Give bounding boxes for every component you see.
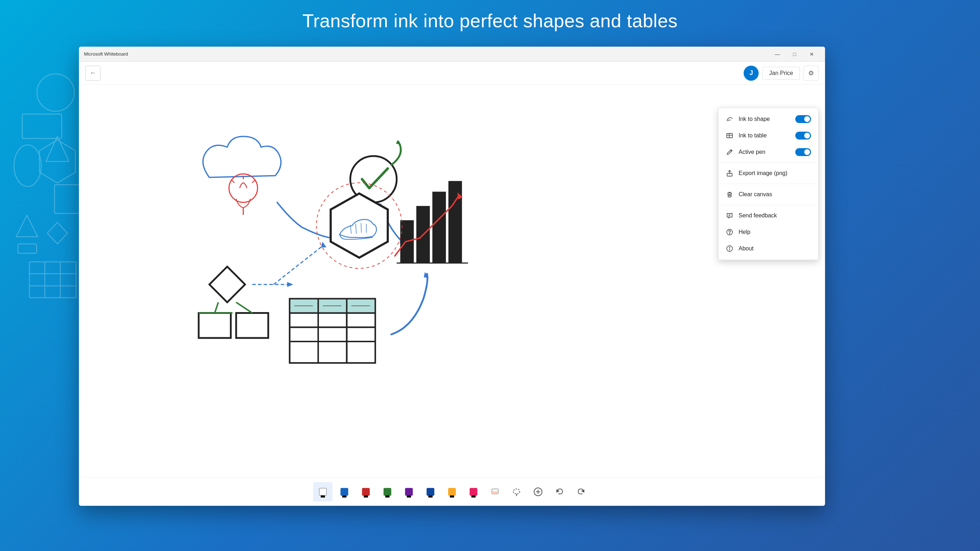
svg-marker-42 <box>331 193 388 258</box>
clear-canvas-icon <box>725 191 733 198</box>
pen-green-button[interactable] <box>378 482 397 502</box>
svg-rect-106 <box>470 488 477 495</box>
svg-rect-1 <box>22 114 62 139</box>
svg-rect-97 <box>364 495 368 498</box>
menu-item-help[interactable]: Help <box>719 224 818 240</box>
menu-item-ink-to-table[interactable]: Ink to table <box>719 127 818 144</box>
ink-to-shape-icon <box>725 115 733 123</box>
pen-navy-button[interactable] <box>421 482 440 502</box>
redo-button[interactable] <box>571 482 591 502</box>
ink-to-table-toggle[interactable] <box>795 132 811 140</box>
close-button[interactable]: ✕ <box>803 48 820 60</box>
svg-rect-94 <box>341 488 348 495</box>
svg-rect-49 <box>199 313 231 338</box>
svg-rect-104 <box>449 488 455 495</box>
svg-point-91 <box>729 247 730 248</box>
help-icon <box>725 228 733 236</box>
ink-to-table-label: Ink to table <box>738 132 790 139</box>
svg-line-54 <box>274 245 323 285</box>
help-label: Help <box>738 229 811 235</box>
send-feedback-label: Send feedback <box>738 212 811 219</box>
export-image-label: Export image (png) <box>738 170 811 177</box>
minimize-button[interactable]: — <box>769 48 786 60</box>
eraser-button[interactable] <box>485 482 505 502</box>
menu-item-about[interactable]: About <box>719 240 818 257</box>
svg-line-52 <box>236 303 252 313</box>
toolbar: ← J Jan Price ⚙ <box>79 62 825 84</box>
about-icon <box>725 245 733 253</box>
svg-rect-92 <box>319 488 326 495</box>
menu-item-export-image[interactable]: Export image (png) <box>719 165 818 182</box>
context-menu: Ink to shape Ink to table <box>718 108 819 260</box>
menu-divider-1 <box>719 162 818 163</box>
svg-rect-98 <box>384 488 391 495</box>
svg-rect-96 <box>362 488 369 495</box>
svg-marker-7 <box>47 222 67 244</box>
ink-to-table-icon <box>725 132 733 140</box>
svg-rect-95 <box>342 495 347 498</box>
menu-divider-2 <box>719 184 818 184</box>
menu-item-ink-to-shape[interactable]: Ink to shape <box>719 111 818 127</box>
svg-marker-116 <box>557 490 559 492</box>
back-button[interactable]: ← <box>85 66 100 81</box>
svg-point-0 <box>37 74 74 111</box>
svg-marker-117 <box>582 490 584 492</box>
send-feedback-icon <box>725 212 733 220</box>
title-bar: Microsoft Whiteboard — □ ✕ <box>79 47 825 62</box>
maximize-button[interactable]: □ <box>786 48 803 60</box>
undo-button[interactable] <box>550 482 569 502</box>
page-header-title: Transform ink into perfect shapes and ta… <box>0 10 980 32</box>
pen-white-button[interactable] <box>313 482 332 502</box>
about-label: About <box>738 245 811 252</box>
svg-rect-107 <box>471 495 476 498</box>
svg-line-31 <box>252 180 255 183</box>
svg-marker-76 <box>287 282 293 287</box>
svg-line-80 <box>730 150 732 151</box>
active-pen-label: Active pen <box>738 149 790 155</box>
svg-rect-103 <box>428 495 433 498</box>
lasso-button[interactable] <box>507 482 526 502</box>
svg-rect-93 <box>321 495 325 498</box>
settings-button[interactable]: ⚙ <box>803 66 819 81</box>
user-name-button[interactable]: Jan Price <box>762 67 800 80</box>
svg-point-111 <box>513 489 520 494</box>
ink-to-shape-label: Ink to shape <box>738 116 790 122</box>
menu-item-active-pen[interactable]: Active pen <box>719 144 818 160</box>
menu-item-clear-canvas[interactable]: Clear canvas <box>719 186 818 203</box>
toolbar-right: J Jan Price ⚙ <box>744 66 819 81</box>
ink-to-shape-toggle[interactable] <box>795 115 811 123</box>
app-window: Microsoft Whiteboard — □ ✕ ← J Jan Price… <box>79 47 825 506</box>
svg-rect-8 <box>18 244 37 253</box>
add-object-button[interactable] <box>528 482 548 502</box>
svg-rect-110 <box>492 492 498 494</box>
pen-red-button[interactable] <box>356 482 375 502</box>
canvas-drawing <box>79 84 825 477</box>
svg-rect-50 <box>236 313 268 338</box>
svg-rect-38 <box>432 191 446 263</box>
pen-blue-button[interactable] <box>335 482 354 502</box>
bottom-toolbar <box>79 477 825 506</box>
svg-line-51 <box>215 303 218 313</box>
user-avatar-button[interactable]: J <box>744 66 759 81</box>
svg-marker-55 <box>321 242 326 247</box>
active-pen-toggle[interactable] <box>795 148 811 156</box>
clear-canvas-label: Clear canvas <box>738 191 811 197</box>
svg-rect-102 <box>427 488 434 495</box>
menu-item-send-feedback[interactable]: Send feedback <box>719 207 818 224</box>
svg-point-3 <box>14 145 41 186</box>
svg-marker-2 <box>46 136 69 161</box>
pen-purple-button[interactable] <box>399 482 418 502</box>
svg-marker-6 <box>16 215 38 237</box>
svg-rect-77 <box>727 134 732 138</box>
svg-line-30 <box>231 180 234 183</box>
svg-rect-101 <box>407 495 411 498</box>
active-pen-icon <box>725 148 733 156</box>
svg-rect-99 <box>385 495 390 498</box>
svg-marker-48 <box>210 266 245 302</box>
canvas-area[interactable]: Ink to shape Ink to table <box>79 84 825 477</box>
svg-marker-4 <box>40 140 75 183</box>
pen-pink-button[interactable] <box>464 482 483 502</box>
export-image-icon <box>725 169 733 177</box>
pen-yellow-button[interactable] <box>442 482 462 502</box>
svg-rect-9 <box>29 262 76 298</box>
